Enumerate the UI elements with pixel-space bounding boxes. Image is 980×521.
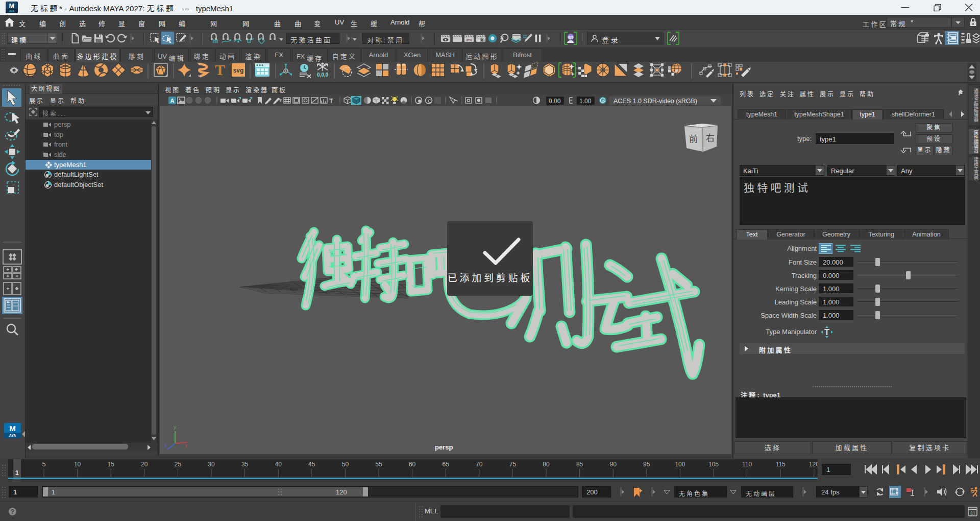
svg-text:20: 20: [141, 461, 148, 468]
svg-text:{;}: {;}: [970, 510, 975, 515]
svg-text:ACES 1.0 SDR-video (sRGB): ACES 1.0 SDR-video (sRGB): [614, 98, 697, 105]
svg-text:10: 10: [74, 461, 81, 468]
svg-text:110: 110: [742, 461, 752, 468]
svg-text:IPR: IPR: [467, 38, 472, 42]
svg-text:60: 60: [409, 461, 416, 468]
svg-text:z: z: [164, 443, 167, 448]
svg-text:25: 25: [175, 461, 182, 468]
svg-text:AYA: AYA: [9, 434, 16, 437]
svg-text:35: 35: [241, 461, 249, 468]
svg-text:80: 80: [543, 461, 550, 468]
svg-text:55: 55: [375, 461, 382, 468]
svg-text:ON: ON: [600, 99, 605, 103]
svg-text:50: 50: [342, 461, 349, 468]
svg-text:75: 75: [509, 461, 517, 468]
svg-text:70: 70: [476, 461, 483, 468]
svg-text:45: 45: [308, 461, 315, 468]
svg-text:115: 115: [776, 461, 786, 468]
svg-text:T: T: [329, 97, 333, 105]
svg-text:120: 120: [809, 461, 818, 468]
svg-text:40: 40: [275, 461, 282, 468]
svg-text:95: 95: [643, 461, 650, 468]
svg-text:persp: persp: [435, 443, 453, 451]
svg-text:90: 90: [610, 461, 617, 468]
svg-text:65: 65: [443, 461, 450, 468]
svg-text:?: ?: [11, 508, 14, 515]
svg-text:1: 1: [15, 469, 19, 477]
svg-text:M: M: [9, 2, 15, 10]
svg-text:A: A: [170, 98, 175, 104]
svg-text:前: 前: [689, 134, 700, 144]
svg-text:15: 15: [108, 461, 115, 468]
svg-text:y: y: [174, 424, 176, 430]
svg-text:右: 右: [706, 133, 717, 143]
svg-text:30: 30: [208, 461, 215, 468]
svg-text:T: T: [824, 327, 830, 337]
svg-text:已添加到剪贴板: 已添加到剪贴板: [448, 273, 532, 283]
svg-text:1.00: 1.00: [579, 98, 592, 105]
svg-text:105: 105: [708, 461, 719, 468]
svg-text:100: 100: [675, 461, 685, 468]
svg-text:x: x: [185, 443, 187, 448]
svg-text:5: 5: [42, 461, 46, 468]
svg-text:M: M: [9, 424, 16, 433]
svg-text:AYA: AYA: [9, 10, 15, 13]
svg-text:85: 85: [576, 461, 583, 468]
svg-text:0.00: 0.00: [549, 98, 561, 105]
